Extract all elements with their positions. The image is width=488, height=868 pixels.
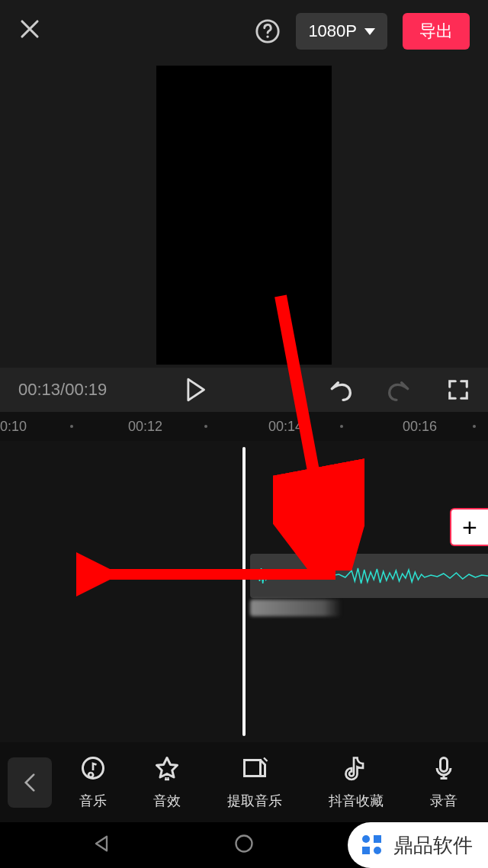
- help-button[interactable]: [255, 18, 281, 44]
- close-button[interactable]: [18, 15, 41, 47]
- menu-item-label: 抖音收藏: [329, 792, 384, 810]
- time-display: 00:13/00:19: [18, 380, 107, 400]
- chevron-down-icon: [364, 28, 375, 35]
- annotation-arrow-left: [76, 544, 351, 605]
- menu-item-record[interactable]: 录音: [430, 754, 458, 810]
- watermark-text: 鼎品软件: [393, 832, 473, 859]
- resolution-label: 1080P: [308, 21, 357, 41]
- svg-point-6: [236, 836, 252, 852]
- extract-music-icon: [241, 754, 268, 786]
- back-button[interactable]: [8, 757, 52, 808]
- timeline-ruler[interactable]: 0:1000:1200:1400:16: [0, 412, 488, 441]
- menu-item-douyin-favorites[interactable]: 抖音收藏: [329, 754, 384, 810]
- menu-item-label: 录音: [430, 792, 458, 810]
- fullscreen-button[interactable]: [447, 378, 470, 401]
- redo-button: [387, 378, 412, 402]
- menu-item-label: 音效: [153, 792, 181, 810]
- export-button[interactable]: 导出: [403, 13, 470, 50]
- ruler-tick: 00:16: [403, 419, 437, 435]
- menu-item-label: 音乐: [79, 792, 107, 810]
- play-button[interactable]: [185, 378, 206, 402]
- svg-point-1: [267, 35, 269, 37]
- record-icon: [430, 754, 458, 786]
- timeline-track-area[interactable]: +: [0, 441, 488, 742]
- menu-item-sound-effect[interactable]: 音效: [153, 754, 181, 810]
- menu-item-extract-music[interactable]: 提取音乐: [227, 754, 282, 810]
- douyin-favorites-icon: [342, 754, 370, 786]
- ruler-tick: 00:12: [128, 419, 162, 435]
- video-preview[interactable]: [0, 63, 488, 368]
- svg-rect-9: [374, 835, 381, 843]
- svg-point-11: [374, 847, 381, 854]
- ruler-dot: [473, 425, 476, 428]
- music-icon: [79, 754, 107, 786]
- watermark-badge: 鼎品软件: [348, 822, 488, 868]
- svg-line-2: [281, 296, 326, 540]
- sound-effect-icon: [153, 754, 181, 786]
- resolution-select[interactable]: 1080P: [296, 13, 387, 50]
- svg-point-8: [362, 835, 370, 843]
- ruler-tick: 0:10: [0, 419, 27, 435]
- svg-rect-10: [362, 847, 370, 854]
- watermark-logo-icon: [358, 831, 386, 859]
- menu-item-label: 提取音乐: [227, 792, 282, 810]
- svg-rect-5: [440, 758, 447, 772]
- annotation-arrow-down: [273, 288, 364, 571]
- nav-home[interactable]: [233, 833, 255, 857]
- ruler-dot: [70, 425, 73, 428]
- add-clip-button[interactable]: +: [450, 508, 488, 546]
- ruler-dot: [204, 425, 207, 428]
- nav-back[interactable]: [91, 833, 112, 857]
- menu-item-music[interactable]: 音乐: [79, 754, 107, 810]
